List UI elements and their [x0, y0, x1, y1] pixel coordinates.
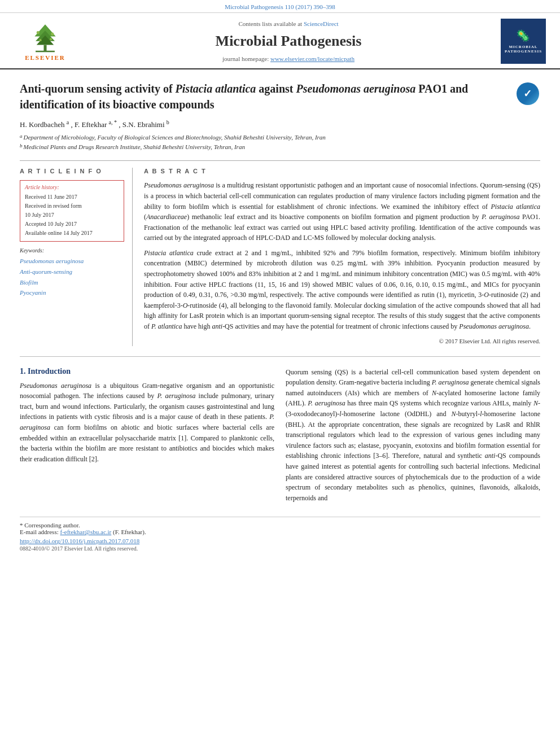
introduction-section: 1. Introduction Pseudomonas aeruginosa i… [20, 367, 540, 508]
elsevier-tree-icon [25, 22, 65, 53]
elsevier-logo: ELSEVIER [25, 22, 65, 61]
affiliations: a Department of Microbiology, Faculty of… [20, 133, 540, 151]
keywords-label: Keywords: [20, 247, 124, 254]
intro-left-para-1: Pseudomonas aeruginosa is a ubiquitous G… [20, 381, 274, 465]
svg-point-6 [51, 32, 54, 35]
introduction-right-text: Quorum sensing (QS) is a bacterial cell-… [286, 367, 540, 504]
corresponding-author-note: * Corresponding author. [20, 522, 540, 528]
svg-point-8 [50, 38, 52, 40]
abstract-para-1: Pseudomonas aeruginosa is a multidrug re… [144, 180, 540, 243]
publisher-logo-area: ELSEVIER [11, 19, 79, 64]
revised-date: 10 July 2017 [25, 211, 119, 220]
authors-line: H. Kordbacheh a , F. Eftekhar a, * , S.N… [20, 119, 540, 129]
science-direct-link[interactable]: ScienceDirect [304, 20, 339, 27]
introduction-right-column: Quorum sensing (QS) is a bacterial cell-… [286, 367, 540, 508]
intro-right-para-1: Quorum sensing (QS) is a bacterial cell-… [286, 367, 540, 504]
svg-rect-1 [36, 50, 55, 52]
crossmark-badge: ✓ [515, 81, 540, 106]
journal-logo-text: MICROBIALPATHOGENESIS [505, 45, 542, 54]
received-revised-label: Received in revised form [25, 202, 119, 211]
author-email-link[interactable]: f-eftekhar@sbu.ac.ir [60, 528, 111, 535]
elsevier-brand-text: ELSEVIER [25, 54, 65, 61]
keyword-2: Anti-quorum-sensing [20, 267, 124, 277]
doi-line: http://dx.doi.org/10.1016/j.micpath.2017… [20, 538, 540, 544]
journal-logo-area: 🦠 MICROBIALPATHOGENESIS [498, 19, 549, 64]
keywords-section: Keywords: Pseudomonas aeruginosa Anti-qu… [20, 247, 124, 298]
abstract-text: Pseudomonas aeruginosa is a multidrug re… [144, 180, 540, 346]
two-column-section: A R T I C L E I N F O Article history: R… [20, 160, 540, 346]
journal-header: ELSEVIER Contents lists available at Sci… [0, 13, 560, 69]
copyright-line: © 2017 Elsevier Ltd. All rights reserved… [144, 337, 540, 346]
svg-rect-0 [43, 45, 46, 51]
issn-line: 0882-4010/© 2017 Elsevier Ltd. All right… [20, 545, 540, 552]
abstract-para-2: Pistacia atlantica crude extract at 2 an… [144, 248, 540, 332]
section-divider [20, 356, 540, 357]
article-title: Anti-quorum sensing activity of Pistacia… [20, 81, 515, 112]
journal-citation-bar: Microbial Pathogenesis 110 (2017) 390–39… [0, 0, 560, 13]
page-wrapper: Microbial Pathogenesis 110 (2017) 390–39… [0, 0, 560, 563]
journal-citation: Microbial Pathogenesis 110 (2017) 390–39… [225, 3, 335, 10]
journal-homepage-line: journal homepage: www.elsevier.com/locat… [222, 55, 355, 62]
svg-point-5 [37, 31, 40, 34]
article-info-label: A R T I C L E I N F O [20, 168, 124, 174]
keyword-4: Pyocyanin [20, 287, 124, 298]
journal-homepage-link[interactable]: www.elsevier.com/locate/micpath [270, 55, 355, 62]
contents-line: Contents lists available at ScienceDirec… [238, 20, 338, 27]
email-note: E-mail address: f-eftekhar@sbu.ac.ir (F.… [20, 528, 540, 535]
author-2: , F. Eftekhar a, * [71, 120, 117, 129]
history-label: Article history: [25, 184, 119, 190]
journal-logo-box: 🦠 MICROBIALPATHOGENESIS [501, 19, 546, 64]
crossmark-icon: ✓ [517, 82, 539, 105]
article-title-section: Anti-quorum sensing activity of Pistacia… [20, 81, 540, 112]
author-3: , S.N. Ebrahimi b [119, 120, 169, 129]
journal-title-header: Microbial Pathogenesis [216, 33, 362, 50]
doi-link[interactable]: http://dx.doi.org/10.1016/j.micpath.2017… [20, 538, 139, 544]
affiliation-1: a Department of Microbiology, Faculty of… [20, 133, 540, 142]
journal-header-center: Contents lists available at ScienceDirec… [79, 19, 498, 64]
introduction-left-column: 1. Introduction Pseudomonas aeruginosa i… [20, 367, 274, 508]
article-content: Anti-quorum sensing activity of Pistacia… [0, 69, 560, 563]
article-history-box: Article history: Received 11 June 2017 R… [20, 180, 124, 242]
available-date: Available online 14 July 2017 [25, 229, 119, 238]
accepted-date: Accepted 10 July 2017 [25, 220, 119, 229]
author-1: H. Kordbacheh a [20, 120, 69, 129]
svg-point-7 [39, 39, 41, 41]
article-info-column: A R T I C L E I N F O Article history: R… [20, 168, 133, 346]
footnote-section: * Corresponding author. E-mail address: … [20, 517, 540, 552]
introduction-heading: 1. Introduction [20, 367, 274, 376]
abstract-column: A B S T R A C T Pseudomonas aeruginosa i… [144, 168, 540, 346]
received-date: Received 11 June 2017 [25, 193, 119, 202]
journal-logo-icon: 🦠 [516, 29, 531, 42]
abstract-label: A B S T R A C T [144, 168, 540, 174]
introduction-left-text: Pseudomonas aeruginosa is a ubiquitous G… [20, 381, 274, 465]
keyword-1: Pseudomonas aeruginosa [20, 256, 124, 267]
keyword-3: Biofilm [20, 277, 124, 288]
affiliation-2: b Medicinal Plants and Drugs Research In… [20, 142, 540, 152]
